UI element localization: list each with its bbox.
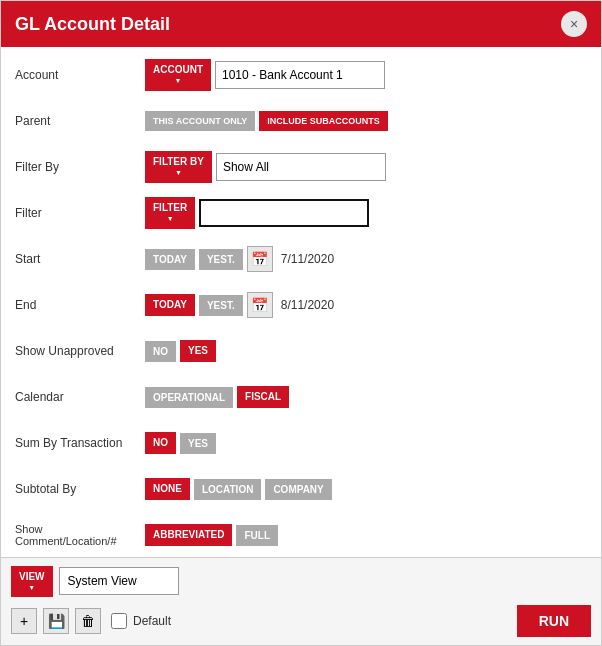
show-unapproved-yes-button[interactable]: YES	[180, 340, 216, 362]
start-controls: TODAY YEST. 📅 7/11/2020	[145, 246, 334, 272]
account-label: Account	[15, 68, 145, 82]
sum-by-transaction-controls: NO YES	[145, 432, 216, 454]
start-date: 7/11/2020	[281, 252, 334, 266]
comment-abbreviated-button[interactable]: ABBREVIATED	[145, 524, 232, 546]
this-account-only-button[interactable]: THIS ACCOUNT ONLY	[145, 111, 255, 131]
title-bar: GL Account Detail ×	[1, 1, 601, 47]
form-body: Account ACCOUNT ▼ Parent THIS ACCOUNT ON…	[1, 47, 601, 557]
show-unapproved-row: Show Unapproved NO YES	[15, 333, 587, 369]
filterby-button[interactable]: FILTER BY ▼	[145, 151, 212, 182]
show-comment-controls: ABBREVIATED FULL	[145, 524, 278, 546]
filter-button[interactable]: FILTER ▼	[145, 197, 195, 228]
show-unapproved-label: Show Unapproved	[15, 344, 145, 358]
parent-label: Parent	[15, 114, 145, 128]
sum-yes-button[interactable]: YES	[180, 433, 216, 454]
filterby-input[interactable]	[216, 153, 386, 181]
start-label: Start	[15, 252, 145, 266]
start-row: Start TODAY YEST. 📅 7/11/2020	[15, 241, 587, 277]
show-unapproved-no-button[interactable]: NO	[145, 341, 176, 362]
end-yest-button[interactable]: YEST.	[199, 295, 243, 316]
gl-account-detail-window: GL Account Detail × Account ACCOUNT ▼ Pa…	[0, 0, 602, 646]
end-controls: TODAY YEST. 📅 8/11/2020	[145, 292, 334, 318]
start-today-button[interactable]: TODAY	[145, 249, 195, 270]
subtotal-by-label: Subtotal By	[15, 482, 145, 496]
start-yest-button[interactable]: YEST.	[199, 249, 243, 270]
account-dropdown-arrow: ▼	[175, 77, 182, 85]
view-dropdown-arrow: ▼	[28, 584, 35, 592]
comment-full-button[interactable]: FULL	[236, 525, 278, 546]
run-button[interactable]: RUN	[517, 605, 591, 637]
include-subaccounts-button[interactable]: INCLUDE SUBACCOUNTS	[259, 111, 388, 132]
calendar-operational-button[interactable]: OPERATIONAL	[145, 387, 233, 408]
footer-top: VIEW ▼	[11, 566, 591, 597]
subtotal-by-controls: NONE LOCATION COMPANY	[145, 478, 332, 500]
subtotal-by-row: Subtotal By NONE LOCATION COMPANY	[15, 471, 587, 507]
show-comment-row: Show Comment/Location/# ABBREVIATED FULL	[15, 517, 587, 553]
filterby-dropdown-arrow: ▼	[175, 169, 182, 177]
parent-controls: THIS ACCOUNT ONLY INCLUDE SUBACCOUNTS	[145, 111, 388, 132]
end-calendar-icon[interactable]: 📅	[247, 292, 273, 318]
default-wrap: Default	[111, 613, 171, 629]
delete-icon: 🗑	[81, 613, 95, 629]
filter-controls: FILTER ▼	[145, 197, 369, 228]
subtotal-company-button[interactable]: COMPANY	[265, 479, 331, 500]
account-controls: ACCOUNT ▼	[145, 59, 385, 90]
subtotal-none-button[interactable]: NONE	[145, 478, 190, 500]
sum-by-transaction-row: Sum By Transaction NO YES	[15, 425, 587, 461]
window-title: GL Account Detail	[15, 14, 170, 35]
calendar-row: Calendar OPERATIONAL FISCAL	[15, 379, 587, 415]
add-icon: +	[20, 613, 28, 629]
view-button[interactable]: VIEW ▼	[11, 566, 53, 597]
save-icon: 💾	[48, 613, 65, 629]
filter-input[interactable]	[199, 199, 369, 227]
end-label: End	[15, 298, 145, 312]
parent-row: Parent THIS ACCOUNT ONLY INCLUDE SUBACCO…	[15, 103, 587, 139]
calendar-controls: OPERATIONAL FISCAL	[145, 386, 289, 408]
system-view-input[interactable]	[59, 567, 179, 595]
default-label: Default	[133, 614, 171, 628]
filterby-label: Filter By	[15, 160, 145, 174]
save-button[interactable]: 💾	[43, 608, 69, 634]
sum-no-button[interactable]: NO	[145, 432, 176, 454]
subtotal-location-button[interactable]: LOCATION	[194, 479, 261, 500]
end-date: 8/11/2020	[281, 298, 334, 312]
filterby-controls: FILTER BY ▼	[145, 151, 386, 182]
calendar-label: Calendar	[15, 390, 145, 404]
add-button[interactable]: +	[11, 608, 37, 634]
account-button[interactable]: ACCOUNT ▼	[145, 59, 211, 90]
show-comment-label: Show Comment/Location/#	[15, 523, 145, 547]
footer-bottom: + 💾 🗑 Default RUN	[11, 605, 591, 637]
default-checkbox[interactable]	[111, 613, 127, 629]
end-today-button[interactable]: TODAY	[145, 294, 195, 316]
show-unapproved-controls: NO YES	[145, 340, 216, 362]
footer: VIEW ▼ + 💾 🗑 Default RUN	[1, 557, 601, 645]
end-row: End TODAY YEST. 📅 8/11/2020	[15, 287, 587, 323]
close-button[interactable]: ×	[561, 11, 587, 37]
account-input[interactable]	[215, 61, 385, 89]
delete-button[interactable]: 🗑	[75, 608, 101, 634]
sum-by-transaction-label: Sum By Transaction	[15, 436, 145, 450]
filterby-row: Filter By FILTER BY ▼	[15, 149, 587, 185]
filter-label: Filter	[15, 206, 145, 220]
filter-dropdown-arrow: ▼	[167, 215, 174, 223]
filter-row: Filter FILTER ▼	[15, 195, 587, 231]
calendar-fiscal-button[interactable]: FISCAL	[237, 386, 289, 408]
start-calendar-icon[interactable]: 📅	[247, 246, 273, 272]
account-row: Account ACCOUNT ▼	[15, 57, 587, 93]
